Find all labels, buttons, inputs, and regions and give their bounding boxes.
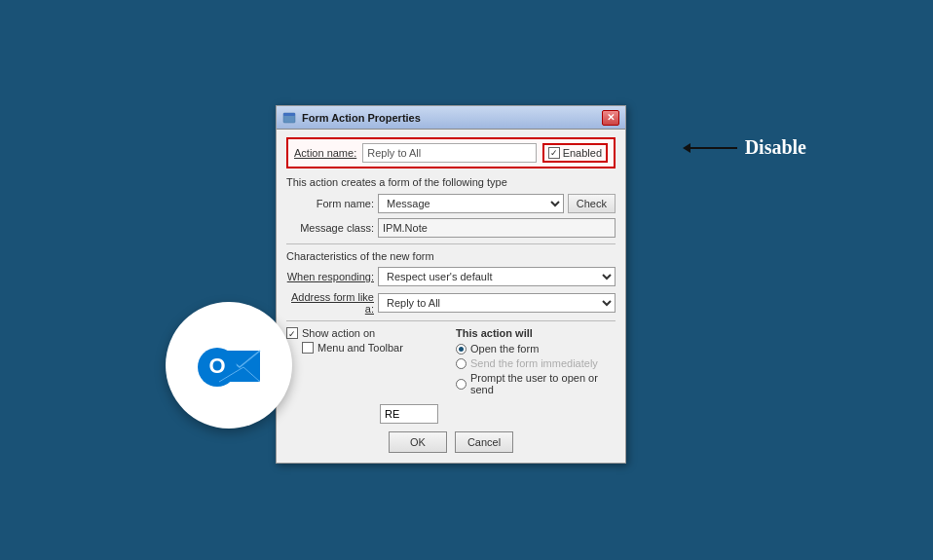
send-immediately-radio-row: Send the form immediately [456, 357, 616, 369]
prompt-radio[interactable] [456, 379, 466, 390]
form-action-properties-dialog: Form Action Properties ✕ Action name: En… [276, 105, 626, 464]
open-form-radio-row: Open the form [456, 343, 616, 355]
open-form-radio[interactable] [456, 344, 466, 355]
buttons-row: OK Cancel [286, 431, 616, 453]
enabled-checkbox[interactable] [548, 147, 560, 159]
when-responding-select-wrapper: Respect user's default [378, 267, 616, 286]
two-column-section: Show action on Menu and Toolbar This act… [286, 327, 616, 398]
show-action-section: Show action on Menu and Toolbar [286, 327, 446, 354]
address-form-select-wrapper: Reply to All [378, 293, 616, 313]
prompt-label: Prompt the user to open or send [470, 372, 616, 395]
address-form-select[interactable]: Reply to All [378, 293, 616, 313]
menu-toolbar-row: Menu and Toolbar [286, 342, 446, 354]
show-action-checkbox-row: Show action on [286, 327, 446, 339]
dialog-icon [282, 111, 296, 125]
message-class-input [378, 218, 616, 238]
divider-2 [286, 320, 616, 321]
form-name-label: Form name: [286, 198, 374, 209]
prefix-input[interactable] [380, 404, 438, 424]
characteristics-label: Characteristics of the new form [286, 250, 616, 262]
dialog-title: Form Action Properties [302, 112, 602, 124]
when-responding-select[interactable]: Respect user's default [378, 267, 616, 286]
section-description: This action creates a form of the follow… [286, 176, 616, 188]
disable-annotation: Disable [689, 136, 806, 159]
svg-text:O: O [208, 354, 225, 378]
disable-label: Disable [745, 136, 806, 159]
divider-1 [286, 243, 616, 244]
enabled-label: Enabled [563, 147, 602, 159]
action-name-label: Action name: [294, 147, 356, 159]
prefix-row [286, 404, 616, 424]
menu-toolbar-checkbox[interactable] [302, 342, 314, 354]
form-name-select[interactable]: Message [378, 194, 564, 213]
enabled-checkbox-area: Enabled [542, 143, 608, 163]
close-button[interactable]: ✕ [602, 110, 619, 126]
ok-button[interactable]: OK [389, 431, 447, 453]
address-form-label: Address form like a: [286, 291, 374, 315]
right-column: This action will Open the form Send the … [456, 327, 616, 398]
form-name-row: Form name: Message Check [286, 194, 616, 213]
check-button[interactable]: Check [568, 194, 616, 213]
action-name-input[interactable] [362, 143, 536, 163]
message-class-row: Message class: [286, 218, 616, 238]
send-immediately-radio[interactable] [456, 358, 466, 369]
action-name-row: Action name: Enabled [286, 137, 616, 168]
when-responding-label: When responding: [286, 271, 374, 282]
svg-rect-6 [283, 113, 295, 116]
menu-toolbar-label: Menu and Toolbar [317, 342, 403, 354]
annotation-arrow [689, 147, 737, 149]
menu-toolbar-checkbox-row: Menu and Toolbar [302, 342, 446, 354]
outlook-icon-circle: O [166, 302, 292, 429]
send-immediately-label: Send the form immediately [470, 357, 598, 369]
prompt-radio-row: Prompt the user to open or send [456, 372, 616, 395]
form-name-select-wrapper: Message [378, 194, 564, 213]
when-responding-row: When responding: Respect user's default [286, 267, 616, 286]
message-class-label: Message class: [286, 222, 374, 234]
address-form-row: Address form like a: Reply to All [286, 291, 616, 315]
dialog-body: Action name: Enabled This action creates… [277, 130, 625, 463]
open-form-label: Open the form [470, 343, 539, 355]
this-action-title: This action will [456, 327, 616, 339]
cancel-button[interactable]: Cancel [455, 431, 513, 453]
left-column: Show action on Menu and Toolbar [286, 327, 446, 398]
show-action-label: Show action on [302, 327, 375, 339]
show-action-checkbox[interactable] [286, 327, 298, 339]
outlook-svg-icon: O [190, 326, 268, 404]
dialog-titlebar: Form Action Properties ✕ [277, 106, 625, 130]
